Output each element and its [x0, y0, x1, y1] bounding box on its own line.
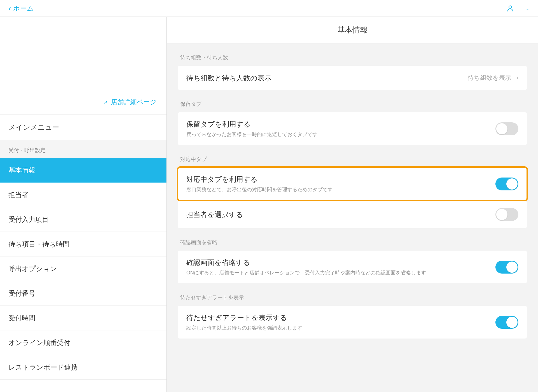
back-button[interactable]: ‹ ホーム: [8, 4, 34, 13]
chevron-right-icon: ›: [516, 74, 518, 81]
row-title: 待たせすぎアラートを表示する: [186, 313, 495, 322]
settings-row[interactable]: 待ち組数と待ち人数の表示待ち組数を表示›: [178, 66, 527, 90]
group-label: 対応中タブ: [178, 156, 527, 167]
row-description: 設定した時間以上お待ちのお客様を強調表示します: [186, 325, 495, 331]
row-title: 保留タブを利用する: [186, 120, 495, 129]
content: 基本情報 待ち組数・待ち人数待ち組数と待ち人数の表示待ち組数を表示›保留タブ保留…: [167, 17, 538, 392]
main-menu-header[interactable]: メインメニュー: [0, 115, 166, 140]
settings-group: 待ち組数・待ち人数待ち組数と待ち人数の表示待ち組数を表示›: [167, 43, 538, 90]
settings-card: 担当者を選択する: [178, 201, 527, 228]
user-icon[interactable]: [506, 4, 514, 12]
sidebar-item-6[interactable]: 受付時間: [0, 306, 166, 330]
settings-group: 確認画面を省略確認画面を省略するONにすると、店舗モードと店舗オペレーションで、…: [167, 228, 538, 283]
sidebar-item-2[interactable]: 受付入力項目: [0, 207, 166, 232]
topbar: ‹ ホーム ⌄: [0, 0, 538, 17]
settings-row: 対応中タブを利用する窓口業務などで、お呼出後の対応時間を管理するためのタブです: [178, 167, 527, 200]
toggle[interactable]: [495, 178, 518, 190]
sidebar-section-label: 受付・呼出設定: [0, 140, 166, 158]
toggle[interactable]: [495, 208, 518, 221]
sidebar-item-0[interactable]: 基本情報: [0, 158, 166, 183]
toggle[interactable]: [495, 122, 518, 135]
sidebar-item-5[interactable]: 受付番号: [0, 281, 166, 306]
group-label: 保留タブ: [178, 90, 527, 112]
page-title: 基本情報: [167, 17, 538, 43]
settings-card-highlighted: 対応中タブを利用する窓口業務などで、お呼出後の対応時間を管理するためのタブです: [178, 167, 527, 200]
sidebar-item-8[interactable]: レストランボード連携: [0, 355, 166, 380]
back-label: ホーム: [13, 4, 34, 13]
row-description: 戻って来なかったお客様を一時的に退避しておくタブです: [186, 131, 495, 138]
toggle-knob: [496, 123, 507, 134]
row-title: 対応中タブを利用する: [186, 175, 495, 184]
row-description: ONにすると、店舗モードと店舗オペレーションで、受付入力完了時や案内時などの確認…: [186, 269, 495, 276]
chevron-left-icon: ‹: [8, 4, 11, 13]
settings-card: 保留タブを利用する戻って来なかったお客様を一時的に退避しておくタブです: [178, 112, 527, 145]
settings-row: 担当者を選択する: [178, 201, 527, 228]
settings-row: 待たせすぎアラートを表示する設定した時間以上お待ちのお客様を強調表示します: [178, 306, 527, 339]
row-description: 窓口業務などで、お呼出後の対応時間を管理するためのタブです: [186, 186, 495, 193]
toggle-knob: [496, 209, 507, 220]
toggle[interactable]: [495, 261, 518, 274]
svg-point-0: [509, 6, 512, 8]
settings-card: 待たせすぎアラートを表示する設定した時間以上お待ちのお客様を強調表示します: [178, 306, 527, 339]
sidebar-item-4[interactable]: 呼出オプション: [0, 256, 166, 281]
external-link-icon: ↗: [103, 99, 108, 106]
toggle-knob: [506, 178, 518, 190]
group-label: 確認画面を省略: [178, 228, 527, 251]
shop-detail-link[interactable]: ↗ 店舗詳細ページ: [0, 90, 166, 115]
sidebar-logo-area: [0, 17, 166, 90]
row-title: 待ち組数と待ち人数の表示: [186, 73, 468, 83]
toggle-knob: [506, 262, 518, 273]
sidebar-item-1[interactable]: 担当者: [0, 183, 166, 207]
settings-card: 待ち組数と待ち人数の表示待ち組数を表示›: [178, 66, 527, 90]
toggle-knob: [506, 317, 518, 328]
settings-row: 保留タブを利用する戻って来なかったお客様を一時的に退避しておくタブです: [178, 112, 527, 145]
settings-row: 確認画面を省略するONにすると、店舗モードと店舗オペレーションで、受付入力完了時…: [178, 251, 527, 283]
settings-card: 確認画面を省略するONにすると、店舗モードと店舗オペレーションで、受付入力完了時…: [178, 251, 527, 283]
sidebar-item-3[interactable]: 待ち項目・待ち時間: [0, 232, 166, 256]
sidebar-item-7[interactable]: オンライン順番受付: [0, 330, 166, 355]
topbar-right: ⌄: [506, 4, 530, 12]
group-label: 待たせすぎアラートを表示: [178, 283, 527, 306]
settings-group: 保留タブ保留タブを利用する戻って来なかったお客様を一時的に退避しておくタブです: [167, 90, 538, 145]
shop-detail-label: 店舗詳細ページ: [111, 98, 157, 106]
sidebar: ↗ 店舗詳細ページ メインメニュー 受付・呼出設定 基本情報担当者受付入力項目待…: [0, 17, 167, 392]
row-value: 待ち組数を表示›: [468, 74, 518, 82]
group-label: 待ち組数・待ち人数: [178, 43, 527, 66]
row-title: 担当者を選択する: [186, 210, 495, 219]
chevron-down-icon[interactable]: ⌄: [525, 5, 530, 11]
row-title: 確認画面を省略する: [186, 258, 495, 267]
settings-group: 待たせすぎアラートを表示待たせすぎアラートを表示する設定した時間以上お待ちのお客…: [167, 283, 538, 339]
toggle[interactable]: [495, 316, 518, 329]
